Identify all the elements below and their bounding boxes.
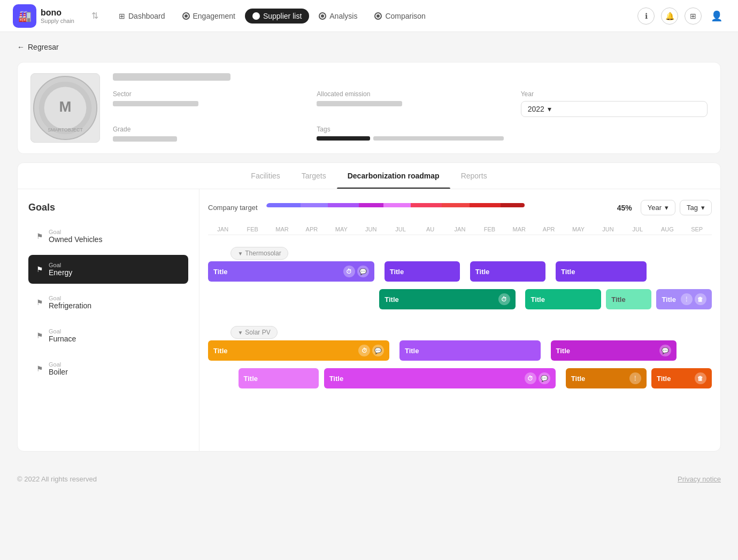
gantt-bar-2-4[interactable]: Title ⋮ 🗑 <box>656 289 712 309</box>
nav-item-comparison[interactable]: Comparison <box>367 9 433 24</box>
supplier-card: M SMARTOBJECT Sector Allocated emission … <box>17 62 721 154</box>
tab-targets[interactable]: Targets <box>291 163 337 189</box>
footer: © 2022 All rights reserved Privacy notic… <box>0 462 738 496</box>
month-may2: MAY <box>564 224 593 235</box>
back-button[interactable]: ← Regresar <box>17 43 721 51</box>
year-select[interactable]: 2022 ▾ <box>521 101 708 117</box>
month-aug1: AU <box>416 224 445 235</box>
privacy-link[interactable]: Privacy notice <box>678 475 721 483</box>
gantt-bar-3-1[interactable]: Title ⏱ 💬 <box>208 340 389 361</box>
gantt-bar-4-3[interactable]: Title ⋮ <box>566 368 647 388</box>
flag-icon: ⚑ <box>36 232 43 240</box>
grid-button[interactable]: ⊞ <box>685 7 702 25</box>
nav-item-dashboard[interactable]: ⊞ Dashboard <box>111 9 173 24</box>
tabs-container: Facilities Targets Decarbonization roadm… <box>17 162 721 452</box>
tab-reports[interactable]: Reports <box>450 163 498 189</box>
month-may1: MAY <box>327 224 356 235</box>
dots-icon: ⋮ <box>629 372 641 384</box>
goals-title: Goals <box>28 202 188 213</box>
engagement-icon <box>182 12 190 20</box>
month-jan2: JAN <box>445 224 474 235</box>
target-percentage: 45% <box>617 204 632 212</box>
supplier-name-bar <box>113 73 230 81</box>
user-button[interactable]: 👤 <box>708 7 725 25</box>
target-filters: Year ▾ Tag ▾ <box>641 200 712 215</box>
supplier-icon <box>252 12 260 20</box>
month-jul1: JUL <box>386 224 415 235</box>
nav-item-supplier-list[interactable]: Supplier list <box>245 9 309 24</box>
supplier-info-grid: Sector Allocated emission Year 2022 ▾ Gr… <box>113 90 708 142</box>
chat-icon: 💬 <box>659 345 671 356</box>
tabs-header: Facilities Targets Decarbonization roadm… <box>18 163 720 189</box>
logo-name: bono <box>41 8 74 18</box>
gantt-bar-2-1[interactable]: Title ⏱ <box>379 289 515 309</box>
notification-button[interactable]: 🔔 <box>661 7 678 25</box>
goal-item-refrigeration[interactable]: ⚑ Goal Refrigeration <box>28 288 188 317</box>
clock-icon: ⏱ <box>358 345 370 356</box>
grade-label: Grade <box>113 126 299 133</box>
gantt-bar-3-3[interactable]: Title 💬 <box>551 340 677 361</box>
goal-item-owned-vehicles[interactable]: ⚑ Goal Owned Vehicles <box>28 222 188 251</box>
target-bar-wrap: 45% <box>266 203 632 213</box>
gantt-bar-4-4[interactable]: Title 🗑 <box>651 368 712 388</box>
gantt-bar-4-1[interactable]: Title <box>239 368 319 388</box>
clock-icon: ⏱ <box>525 372 536 384</box>
month-apr2: APR <box>534 224 563 235</box>
year-value: 2022 <box>528 105 544 113</box>
tag-chevron-icon: ▾ <box>701 204 705 212</box>
logo[interactable]: 🏭 bono Supply chain <box>13 4 74 28</box>
year-chevron-icon: ▾ <box>665 204 668 212</box>
logo-icon: 🏭 <box>13 4 36 28</box>
nav-expand-icon[interactable]: ⇅ <box>91 11 98 21</box>
sector-label: Sector <box>113 90 299 98</box>
tag-filter[interactable]: Tag ▾ <box>680 200 712 215</box>
analysis-icon <box>319 12 326 20</box>
goal-item-boiler[interactable]: ⚑ Goal Boiler <box>28 354 188 383</box>
year-label: Year <box>521 90 708 98</box>
svg-text:M: M <box>59 98 72 115</box>
navbar: 🏭 bono Supply chain ⇅ ⊞ Dashboard Engage… <box>0 0 738 32</box>
dashboard-icon: ⊞ <box>119 12 125 20</box>
month-feb1: FEB <box>237 224 267 235</box>
logo-subtitle: Supply chain <box>41 18 74 24</box>
month-mar2: MAR <box>504 224 534 235</box>
goal-item-energy[interactable]: ⚑ Goal Energy <box>28 255 188 284</box>
year-field: Year 2022 ▾ <box>521 90 708 117</box>
thermosolar-label[interactable]: ▼ Thermosolar <box>230 247 288 260</box>
gantt-bar-2-3[interactable]: Title <box>606 289 651 309</box>
tab-facilities[interactable]: Facilities <box>240 163 290 189</box>
goals-sidebar: Goals ⚑ Goal Owned Vehicles ⚑ Goal Energ… <box>18 189 199 451</box>
clock-icon: ⏱ <box>498 293 510 305</box>
gantt-bar-1-1[interactable]: Title ⏱ 💬 <box>208 261 374 282</box>
gantt-bar-2-2[interactable]: Title <box>525 289 601 309</box>
supplier-logo: M SMARTOBJECT <box>30 73 100 143</box>
gantt-months: JAN FEB MAR APR MAY JUN JUL AU JAN FEB M… <box>208 224 712 235</box>
allocated-emission-label: Allocated emission <box>317 90 503 98</box>
info-button[interactable]: ℹ <box>637 7 655 25</box>
solar-pv-label[interactable]: ▼ Solar PV <box>230 326 277 339</box>
svg-text:SMARTOBJECT: SMARTOBJECT <box>48 127 83 133</box>
month-mar1: MAR <box>267 224 297 235</box>
month-aug2: AUG <box>652 224 682 235</box>
clock-icon: ⏱ <box>343 266 355 277</box>
tab-decarbonization[interactable]: Decarbonization roadmap <box>337 163 450 189</box>
gantt-bar-4-2[interactable]: Title ⏱ 💬 <box>324 368 556 388</box>
gantt-bar-1-3[interactable]: Title <box>470 261 545 282</box>
month-apr1: APR <box>297 224 326 235</box>
goal-item-furnace[interactable]: ⚑ Goal Furnace <box>28 321 188 350</box>
gantt-bar-1-2[interactable]: Title <box>385 261 460 282</box>
gantt-bar-1-4[interactable]: Title <box>556 261 647 282</box>
chat-icon: 💬 <box>539 372 550 384</box>
year-filter[interactable]: Year ▾ <box>641 200 675 215</box>
gantt-row-2: Title ⏱ Title Title <box>208 286 712 312</box>
gantt-bar-3-2[interactable]: Title <box>399 340 541 361</box>
trash-icon: 🗑 <box>695 293 706 305</box>
month-jun1: JUN <box>356 224 386 235</box>
month-jan1: JAN <box>208 224 237 235</box>
gantt-bars-area: ▼ Thermosolar Title ⏱ <box>208 237 712 440</box>
nav-item-analysis[interactable]: Analysis <box>311 9 365 24</box>
flag-icon: ⚑ <box>36 331 43 340</box>
nav-item-engagement[interactable]: Engagement <box>175 9 243 24</box>
target-bar <box>266 203 611 213</box>
supplier-info: Sector Allocated emission Year 2022 ▾ Gr… <box>113 73 708 142</box>
